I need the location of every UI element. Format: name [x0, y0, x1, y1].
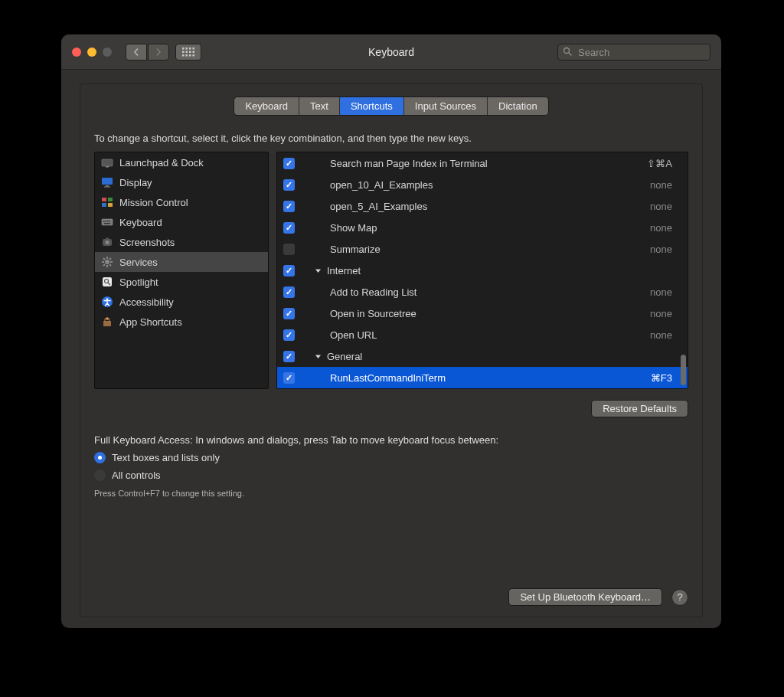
shortcut-keys[interactable]: none [650, 179, 681, 191]
svg-line-39 [109, 258, 111, 260]
scrollbar-thumb[interactable] [681, 355, 686, 385]
svg-line-38 [109, 264, 111, 266]
sidebar-item-label: Display [119, 177, 152, 188]
shortcut-name: Internet [327, 265, 681, 277]
accessibility-icon [101, 296, 113, 308]
checkbox[interactable]: ✓ [283, 265, 295, 277]
checkbox[interactable]: ✓ [283, 308, 295, 319]
checkbox[interactable]: ✓ [283, 329, 295, 341]
shortcut-keys[interactable]: none [650, 244, 681, 255]
sidebar-item-screenshots[interactable]: Screenshots [95, 232, 268, 252]
inner-frame: KeyboardTextShortcutsInput SourcesDictat… [80, 83, 703, 617]
svg-rect-27 [109, 221, 111, 222]
checkbox[interactable]: ✓ [283, 244, 295, 255]
fka-hint: Press Control+F7 to change this setting. [94, 489, 688, 498]
tab-segmented-control[interactable]: KeyboardTextShortcutsInput SourcesDictat… [234, 97, 548, 116]
tab-input-sources[interactable]: Input Sources [404, 97, 488, 115]
shortcut-list[interactable]: ✓Search man Page Index in Terminal⇧⌘A✓op… [276, 152, 688, 389]
show-all-button[interactable] [175, 44, 201, 61]
chevron-down-icon[interactable] [315, 267, 322, 274]
category-list[interactable]: Launchpad & DockDisplayMission ControlKe… [94, 152, 269, 389]
display-icon [101, 176, 113, 188]
shortcut-row[interactable]: ✓RunLastCommandIniTerm⌘F3 [277, 367, 688, 388]
shortcut-row[interactable]: ✓Show Mapnone [277, 217, 688, 238]
fka-option-all[interactable]: All controls [94, 470, 688, 481]
sidebar-item-keyboard[interactable]: Keyboard [95, 212, 268, 232]
titlebar: Keyboard [61, 34, 721, 70]
svg-rect-21 [102, 203, 106, 207]
help-button[interactable]: ? [671, 589, 688, 606]
svg-rect-18 [104, 187, 110, 188]
shortcut-row[interactable]: ✓Open in Sourcetreenone [277, 303, 688, 324]
zoom-icon[interactable] [103, 47, 112, 57]
sidebar-item-accessibility[interactable]: Accessibility [95, 292, 268, 312]
svg-rect-28 [104, 223, 110, 224]
shortcut-row[interactable]: ✓Summarizenone [277, 238, 688, 260]
shortcut-keys[interactable]: none [650, 308, 681, 319]
svg-rect-24 [103, 221, 105, 222]
tab-keyboard[interactable]: Keyboard [234, 97, 299, 115]
tab-text[interactable]: Text [299, 97, 340, 115]
checkbox[interactable]: ✓ [283, 222, 295, 234]
sidebar-item-app-shortcuts[interactable]: App Shortcuts [95, 312, 268, 332]
search-input[interactable] [557, 44, 710, 61]
shortcut-keys[interactable]: ⇧⌘A [647, 158, 681, 169]
shortcut-keys[interactable]: none [650, 222, 681, 234]
chevron-down-icon[interactable] [315, 353, 322, 360]
shortcut-row[interactable]: ✓Search man Page Index in Terminal⇧⌘A [277, 152, 688, 174]
shortcut-keys[interactable]: none [650, 329, 681, 341]
svg-rect-26 [107, 221, 109, 222]
group-row[interactable]: ✓General [277, 345, 688, 367]
tab-shortcuts[interactable]: Shortcuts [340, 97, 404, 115]
svg-line-40 [103, 264, 105, 266]
bluetooth-keyboard-button[interactable]: Set Up Bluetooth Keyboard… [508, 588, 662, 606]
shortcut-name: open_5_AI_Examples [330, 201, 645, 212]
svg-rect-5 [186, 51, 188, 53]
svg-rect-15 [106, 166, 109, 168]
shortcut-keys[interactable]: ⌘F3 [651, 372, 681, 384]
checkbox[interactable]: ✓ [283, 158, 295, 169]
shortcut-name: open_10_AI_Examples [330, 179, 645, 191]
fka-option-all-label: All controls [112, 470, 161, 481]
screenshots-icon [101, 236, 113, 248]
sidebar-item-services[interactable]: Services [95, 252, 268, 272]
footer: Set Up Bluetooth Keyboard… ? [94, 561, 688, 606]
svg-rect-20 [108, 198, 113, 201]
shortcut-row[interactable]: ✓Add to Reading Listnone [277, 281, 688, 303]
forward-button[interactable] [148, 44, 169, 61]
app-shortcuts-icon [101, 316, 113, 328]
svg-rect-41 [103, 277, 112, 286]
shortcut-row[interactable]: ✓open_5_AI_Examplesnone [277, 195, 688, 217]
svg-rect-7 [193, 51, 195, 53]
shortcut-row[interactable]: ✓Open URLnone [277, 324, 688, 345]
checkbox[interactable]: ✓ [283, 286, 295, 298]
fka-heading: Full Keyboard Access: In windows and dia… [94, 434, 688, 446]
group-row[interactable]: ✓Internet [277, 260, 688, 281]
checkbox[interactable]: ✓ [283, 351, 295, 362]
search-icon [563, 47, 572, 58]
minimize-icon[interactable] [87, 47, 96, 57]
tab-dictation[interactable]: Dictation [488, 97, 548, 115]
checkbox[interactable]: ✓ [283, 179, 295, 191]
checkbox[interactable]: ✓ [283, 372, 295, 384]
shortcut-keys[interactable]: none [650, 201, 681, 212]
mission-control-icon [101, 196, 113, 208]
close-icon[interactable] [72, 47, 81, 57]
svg-line-37 [103, 258, 105, 260]
sidebar-item-display[interactable]: Display [95, 172, 268, 192]
svg-rect-31 [106, 238, 109, 240]
fka-section: Full Keyboard Access: In windows and dia… [94, 434, 688, 498]
sidebar-item-launchpad[interactable]: Launchpad & Dock [95, 152, 268, 172]
restore-defaults-button[interactable]: Restore Defaults [591, 400, 688, 417]
back-button[interactable] [126, 44, 147, 61]
fka-option-textboxes[interactable]: Text boxes and lists only [94, 452, 688, 463]
sidebar-item-mission-control[interactable]: Mission Control [95, 192, 268, 212]
tabbar: KeyboardTextShortcutsInput SourcesDictat… [94, 97, 688, 116]
checkbox[interactable]: ✓ [283, 201, 295, 212]
sidebar-item-label: App Shortcuts [119, 316, 182, 328]
sidebar-item-spotlight[interactable]: Spotlight [95, 272, 268, 292]
shortcut-keys[interactable]: none [650, 286, 681, 298]
shortcut-row[interactable]: ✓open_10_AI_Examplesnone [277, 174, 688, 195]
shortcut-name: Open URL [330, 329, 645, 341]
svg-rect-22 [108, 203, 113, 207]
